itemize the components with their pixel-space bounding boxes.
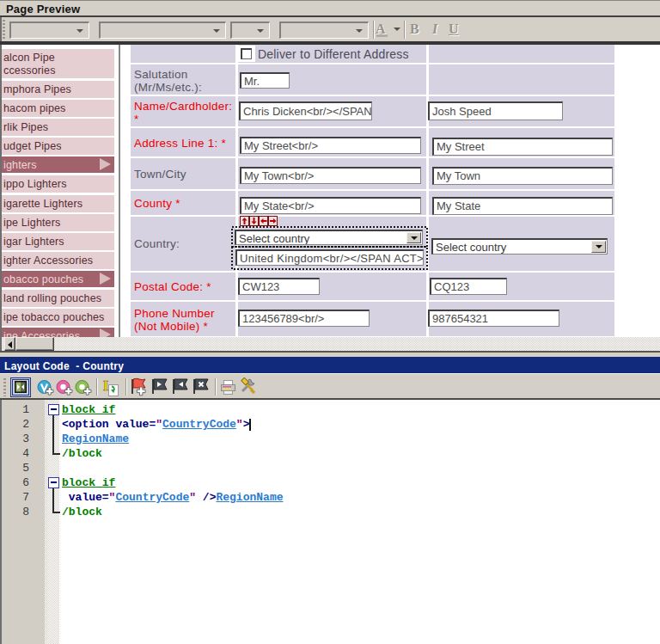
svg-text:I: I — [103, 377, 109, 394]
